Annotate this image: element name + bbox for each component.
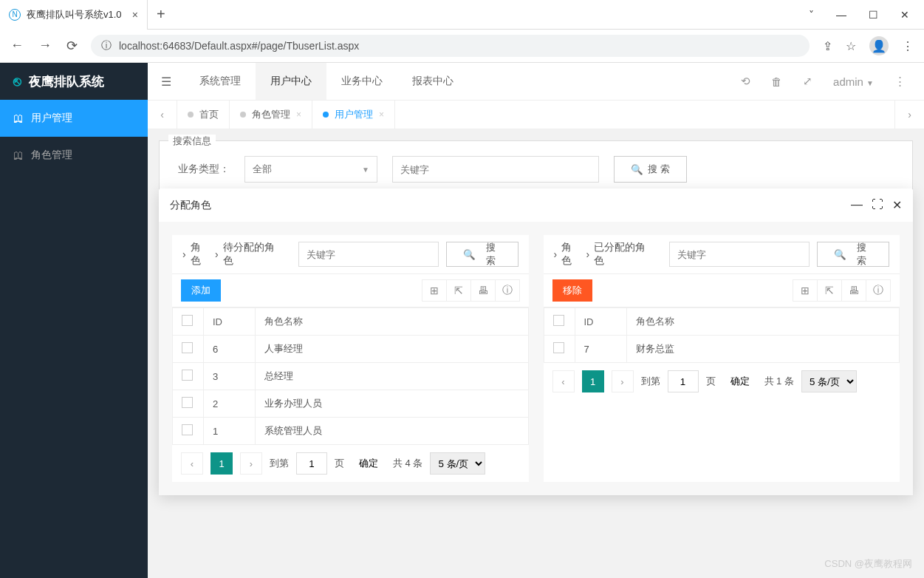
assigned-table: ID 角色名称 7财务总监 bbox=[544, 307, 900, 363]
export-icon[interactable]: ⇱ bbox=[817, 279, 842, 302]
biz-type-select[interactable]: 全部 ▼ bbox=[244, 156, 377, 183]
minimize-icon[interactable]: — bbox=[851, 198, 863, 212]
sidebar-item-users[interactable]: 🕮 用户管理 bbox=[0, 100, 148, 137]
maximize-icon[interactable]: ☐ bbox=[869, 9, 878, 21]
modal-header: 分配角色 — ⛶ ✕ bbox=[159, 188, 913, 222]
select-all-checkbox[interactable] bbox=[553, 315, 564, 326]
row-checkbox[interactable] bbox=[182, 342, 193, 353]
table-row[interactable]: 6人事经理 bbox=[173, 336, 529, 363]
close-icon[interactable]: ✕ bbox=[892, 198, 902, 212]
tab-roles[interactable]: 角色管理× bbox=[230, 101, 312, 129]
info-icon[interactable]: ⓘ bbox=[866, 279, 891, 302]
info-icon[interactable]: ⓘ bbox=[495, 279, 520, 302]
minimize-icon[interactable]: — bbox=[836, 9, 846, 21]
close-icon[interactable]: × bbox=[379, 109, 384, 120]
goto-input[interactable] bbox=[296, 452, 327, 475]
close-window-icon[interactable]: ✕ bbox=[900, 9, 909, 21]
kebab-menu-icon[interactable]: ⋮ bbox=[902, 39, 914, 53]
pagination: ‹ 1 › 到第 页 确定 共 4 条 5 条/页 bbox=[172, 445, 529, 482]
total-label: 共 1 条 bbox=[764, 375, 794, 388]
row-checkbox[interactable] bbox=[182, 424, 193, 435]
tab-home[interactable]: 首页 bbox=[177, 101, 230, 129]
nav-label: 系统管理 bbox=[199, 75, 241, 88]
keyword-input[interactable] bbox=[669, 242, 810, 267]
per-page-select[interactable]: 5 条/页 bbox=[430, 452, 485, 475]
next-page[interactable]: › bbox=[612, 370, 634, 392]
crumb-item[interactable]: 角色 bbox=[191, 241, 211, 268]
nav-report[interactable]: 报表中心 bbox=[397, 63, 468, 100]
new-tab-button[interactable]: + bbox=[148, 6, 174, 23]
prev-page[interactable]: ‹ bbox=[181, 452, 203, 475]
star-icon[interactable]: ☆ bbox=[846, 39, 856, 53]
back-icon[interactable]: ← bbox=[10, 38, 24, 54]
chevron-down-icon[interactable]: ˅ bbox=[809, 9, 814, 21]
add-button[interactable]: 添加 bbox=[181, 279, 221, 302]
search-button[interactable]: 🔍搜 索 bbox=[446, 242, 519, 267]
share-icon[interactable]: ⇪ bbox=[823, 39, 832, 53]
table-row[interactable]: 1系统管理人员 bbox=[173, 418, 529, 445]
columns-icon[interactable]: ⊞ bbox=[422, 279, 447, 302]
forward-icon[interactable]: → bbox=[38, 38, 52, 54]
more-icon[interactable]: ⋮ bbox=[894, 75, 906, 88]
tab-users[interactable]: 用户管理× bbox=[312, 101, 395, 129]
user-menu[interactable]: admin ▼ bbox=[833, 75, 874, 88]
page-number[interactable]: 1 bbox=[211, 452, 233, 475]
crumb-item[interactable]: 角色 bbox=[561, 241, 581, 268]
select-all-checkbox[interactable] bbox=[182, 315, 193, 326]
row-checkbox[interactable] bbox=[182, 397, 193, 408]
tab-label: 用户管理 bbox=[335, 108, 373, 121]
row-checkbox[interactable] bbox=[182, 370, 193, 381]
address-input[interactable]: ⓘ localhost:64683/Default.aspx#/page/Tbu… bbox=[91, 35, 810, 57]
columns-icon[interactable]: ⊞ bbox=[793, 279, 818, 302]
keyword-input[interactable] bbox=[392, 156, 599, 183]
search-button[interactable]: 🔍搜 索 bbox=[614, 156, 687, 183]
sidebar-item-roles[interactable]: 🕮 角色管理 bbox=[0, 137, 148, 174]
button-label: 搜 索 bbox=[851, 241, 872, 268]
refresh-icon[interactable]: ⟲ bbox=[741, 75, 750, 88]
goto-confirm[interactable]: 确定 bbox=[352, 453, 386, 474]
close-tab-icon[interactable]: × bbox=[132, 9, 138, 21]
print-icon[interactable]: 🖶 bbox=[470, 279, 496, 302]
page-number[interactable]: 1 bbox=[582, 370, 604, 392]
col-name[interactable]: 角色名称 bbox=[626, 308, 900, 336]
export-icon[interactable]: ⇱ bbox=[446, 279, 471, 302]
sidebar-toggle-icon[interactable]: ☰ bbox=[148, 75, 185, 89]
browser-tab[interactable]: N 夜鹰排队叫号系统v1.0 × bbox=[0, 0, 148, 30]
profile-avatar[interactable]: 👤 bbox=[869, 36, 889, 55]
search-fieldset: 搜索信息 业务类型： 全部 ▼ 🔍搜 索 bbox=[159, 140, 913, 194]
search-button[interactable]: 🔍搜 索 bbox=[817, 242, 889, 267]
total-label: 共 4 条 bbox=[393, 457, 422, 470]
page-tabs: ‹ 首页 角色管理× 用户管理× › bbox=[148, 100, 924, 129]
keyword-input[interactable] bbox=[298, 242, 439, 267]
col-id[interactable]: ID bbox=[204, 308, 256, 336]
watermark: CSDN @夜鹰教程网 bbox=[824, 557, 912, 571]
table-row[interactable]: 3总经理 bbox=[173, 363, 529, 390]
next-page[interactable]: › bbox=[240, 452, 262, 475]
prev-page[interactable]: ‹ bbox=[552, 370, 575, 392]
goto-input[interactable] bbox=[668, 370, 699, 392]
fullscreen-icon[interactable]: ⤢ bbox=[803, 75, 812, 88]
unassigned-table: ID 角色名称 6人事经理3总经理2业务办理人员1系统管理人员 bbox=[172, 307, 529, 445]
url-bar: ← → ⟳ ⓘ localhost:64683/Default.aspx#/pa… bbox=[0, 30, 924, 63]
info-icon[interactable]: ⓘ bbox=[101, 39, 112, 52]
print-icon[interactable]: 🖶 bbox=[841, 279, 866, 302]
close-icon[interactable]: × bbox=[296, 109, 301, 120]
maximize-icon[interactable]: ⛶ bbox=[872, 198, 883, 212]
nav-user-center[interactable]: 用户中心 bbox=[256, 63, 326, 100]
nav-business[interactable]: 业务中心 bbox=[326, 63, 397, 100]
trash-icon[interactable]: 🗑 bbox=[771, 75, 782, 88]
table-row[interactable]: 7财务总监 bbox=[544, 336, 900, 363]
nav-system[interactable]: 系统管理 bbox=[185, 63, 256, 100]
reload-icon[interactable]: ⟳ bbox=[66, 38, 78, 54]
table-row[interactable]: 2业务办理人员 bbox=[173, 390, 529, 418]
row-checkbox[interactable] bbox=[553, 342, 564, 353]
nav-label: 用户中心 bbox=[270, 75, 312, 88]
col-id[interactable]: ID bbox=[575, 308, 626, 336]
goto-confirm[interactable]: 确定 bbox=[723, 371, 757, 392]
remove-button[interactable]: 移除 bbox=[552, 279, 592, 302]
col-name[interactable]: 角色名称 bbox=[256, 308, 529, 336]
per-page-select[interactable]: 5 条/页 bbox=[801, 370, 857, 392]
tabs-scroll-left[interactable]: ‹ bbox=[148, 101, 177, 129]
tabs-scroll-right[interactable]: › bbox=[894, 101, 924, 129]
tab-label: 首页 bbox=[199, 108, 219, 121]
